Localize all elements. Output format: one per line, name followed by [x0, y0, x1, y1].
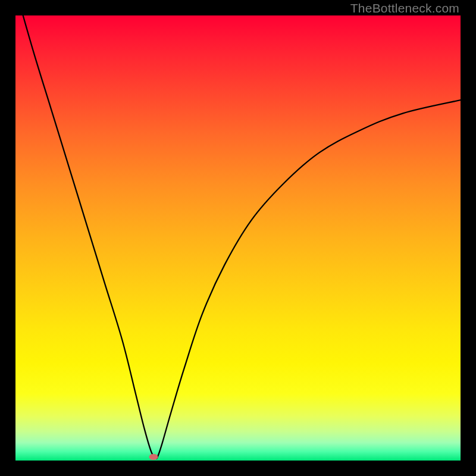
bottleneck-curve: [15, 15, 461, 461]
chart-frame: TheBottleneck.com: [0, 0, 476, 476]
minimum-marker: [149, 454, 158, 460]
plot-area: [15, 15, 461, 461]
watermark-text: TheBottleneck.com: [350, 1, 459, 15]
